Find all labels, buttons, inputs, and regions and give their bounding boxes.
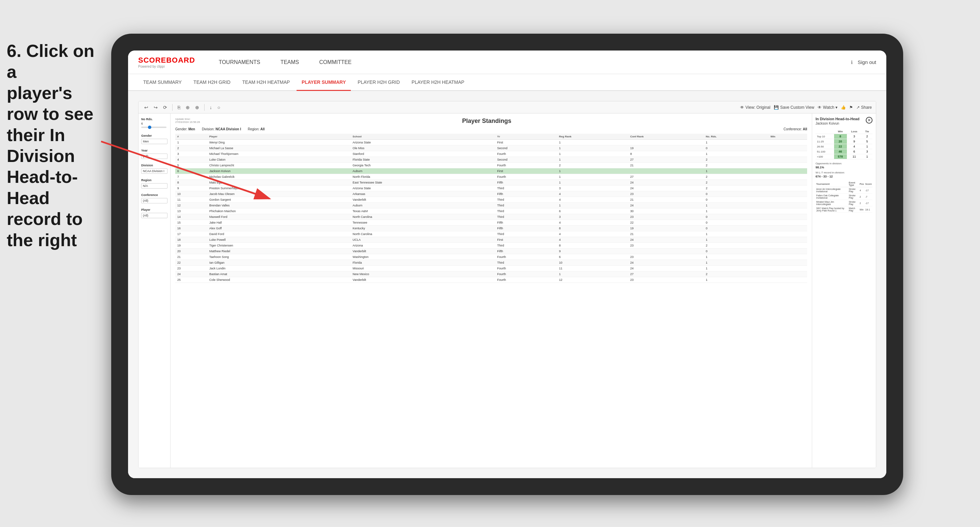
region-chip: Region: All [248,127,264,131]
table-cell [768,266,807,271]
table-cell [768,157,807,163]
table-row[interactable]: 23Jack LundinMissouriFourth11241 [175,266,807,271]
table-row[interactable]: 1Wenyi DingArizona StateFirst11 [175,140,807,146]
gender-value[interactable]: Men [141,139,167,144]
table-cell [768,243,807,249]
nav-tournaments[interactable]: TOURNAMENTS [215,57,264,67]
thumbs-up-btn[interactable]: 👍 [841,105,846,110]
undo-btn[interactable]: ↩ [143,104,150,111]
table-row[interactable]: 8Mats EgeEast Tennessee StateFifth1242 [175,180,807,186]
tab-team-h2h-grid[interactable]: TEAM H2H GRID [188,74,235,91]
division-value[interactable]: NCAA Division I [141,168,167,174]
table-cell: 14 [175,214,207,220]
table-cell: Texas A&M [350,208,495,214]
tournament-cell: Stroke Play [848,200,859,206]
region-value[interactable]: N/A [141,183,167,189]
table-cell: 18 [175,237,207,243]
table-row[interactable]: 19Tiger ChristensenArizonaThird8232 [175,243,807,249]
refresh-btn[interactable]: ⟳ [161,104,169,111]
toolbar-right: 👁 View: Original 💾 Save Custom View 👁 Wa… [740,105,872,110]
table-cell: Christo Lamprecht [207,163,350,168]
table-cell: Fourth [495,271,557,277]
player-value[interactable]: (All) [141,213,167,218]
table-row[interactable]: 17David FordNorth CarolinaThird4211 [175,231,807,237]
no-rds-slider[interactable] [141,127,167,128]
h2h-tie-cell: 5 [862,139,872,144]
nav-teams[interactable]: TEAMS [277,57,302,67]
table-cell [628,168,704,174]
table-cell: 2 [704,180,768,186]
table-row[interactable]: 6Jackson KoivunAuburnFirst11 [175,168,807,174]
table-cell: Missouri [350,266,495,271]
table-cell: Wenyi Ding [207,140,350,146]
nav-committee[interactable]: COMMITTEE [316,57,355,67]
tournament-cell: Match Play [848,206,859,213]
no-rds-value: 6 [141,122,167,125]
tourn-col-type: Event Type [848,181,859,187]
table-cell: 6 [175,168,207,174]
table-cell: Jackson Koivun [207,168,350,174]
table-row[interactable]: 7Nicholas GabrelcikNorth FloridaFourth12… [175,174,807,180]
table-row[interactable]: 5Christo LamprechtGeorgia TechFourth2212 [175,163,807,168]
table-cell: Florida [350,260,495,266]
watch-btn[interactable]: 👁 Watch ▾ [818,105,837,110]
table-cell: Second [495,146,557,151]
sign-out-link[interactable]: Sign out [858,59,876,65]
table-row[interactable]: 12Brendan VallesAuburnThird1241 [175,203,807,208]
conference-filter: Conference (All) [141,193,167,203]
copy-btn[interactable]: ⎘ [176,104,182,111]
table-cell: Gordon Sargent [207,197,350,203]
watch-label: Watch ▾ [823,105,837,110]
table-row[interactable]: 20Matthew RiedelVanderbiltFifth90 [175,249,807,254]
table-row[interactable]: 3Michael ThorbjornsenStanfordFourth181 [175,151,807,157]
save-custom-btn[interactable]: 💾 Save Custom View [774,105,814,110]
table-cell: 21 [175,254,207,260]
flag-btn[interactable]: ⚑ [849,105,853,110]
table-row[interactable]: 4Luke ClatonFlorida StateSecond1272 [175,157,807,163]
table-row[interactable]: 24Bastian AmatNew MexicoFourth1272 [175,271,807,277]
table-cell: 8 [175,180,207,186]
table-cell [768,225,807,231]
table-row[interactable]: 2Michael La SasseOle MissSecond1190 [175,146,807,151]
table-row[interactable]: 25Cole SherwoodVanderbiltFourth12231 [175,277,807,283]
circle-btn[interactable]: ○ [216,104,222,111]
table-cell: Arkansas [350,191,495,197]
table-cell: 1 [704,208,768,214]
year-value[interactable]: (All) [141,154,167,159]
tab-player-h2h-heatmap[interactable]: PLAYER H2H HEATMAP [406,74,469,91]
table-cell: 0 [704,146,768,151]
table-cell: Tennessee [350,220,495,225]
table-row[interactable]: 22Ian GilliganFloridaThird10241 [175,260,807,266]
watch-icon: 👁 [818,105,822,110]
table-row[interactable]: 11Gordon SargentVanderbiltThird4210 [175,197,807,203]
table-cell: North Carolina [350,214,495,220]
table-cell: 0 [704,197,768,203]
redo-btn[interactable]: ↪ [152,104,159,111]
tab-team-summary[interactable]: TEAM SUMMARY [138,74,187,91]
table-row[interactable]: 21Taehoon SongWashingtonFourth6231 [175,254,807,260]
table-cell: 6 [557,254,628,260]
share-btn[interactable]: ↗ Share [856,105,872,110]
table-row[interactable]: 14Maxwell FordNorth CarolinaThird3230 [175,214,807,220]
view-original-btn[interactable]: 👁 View: Original [740,105,770,110]
conference-value[interactable]: (All) [141,198,167,203]
add-btn[interactable]: ⊕ [184,104,191,111]
table-row[interactable]: 16Alex GoffKentuckyFifth8190 [175,225,807,231]
h2h-close-btn[interactable]: ✕ [866,117,872,124]
tab-team-h2h-heatmap[interactable]: TEAM H2H HEATMAP [237,74,295,91]
table-row[interactable]: 15Jake HallTennesseeFifth4220 [175,220,807,225]
h2h-row: 11-252095 [816,139,872,144]
no-rds-label: No Rds. [141,117,167,121]
table-row[interactable]: 10Jacob Mau OlesenArkansasFifth4230 [175,191,807,197]
h2h-rank-col [816,129,834,134]
h2h-rank-label: Top 10 [816,134,834,139]
download-btn[interactable]: ↓ [208,104,214,111]
tab-player-summary[interactable]: PLAYER SUMMARY [297,74,351,91]
table-row[interactable]: 13Phichakon MaichonTexas A&MThird6301 [175,208,807,214]
tab-player-h2h-grid[interactable]: PLAYER H2H GRID [353,74,405,91]
table-row[interactable]: 18Luke PowellUCLAFirst4241 [175,237,807,243]
table-cell: 4 [175,157,207,163]
filter-btn[interactable]: ⊕ [193,104,201,111]
table-cell: Maxwell Ford [207,214,350,220]
table-row[interactable]: 9Preston SummerhaysArizona StateThird324… [175,186,807,191]
